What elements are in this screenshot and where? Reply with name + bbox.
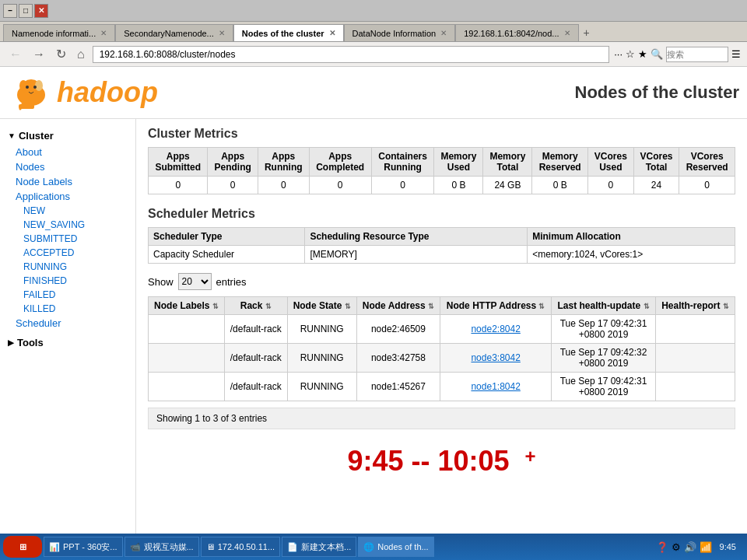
taskbar-item-video[interactable]: 📹 观视互动媒... xyxy=(124,537,199,557)
cell-node-state: RUNNING xyxy=(287,344,356,373)
col-node-state[interactable]: Node State ⇅ xyxy=(287,297,356,315)
sidebar-item-new-saving[interactable]: NEW_SAVING xyxy=(0,218,135,232)
taskbar-item-doc[interactable]: 📄 新建文本档... xyxy=(282,537,356,557)
sidebar-item-nodes[interactable]: Nodes xyxy=(0,159,135,174)
close-button[interactable]: ✕ xyxy=(34,4,48,18)
cell-node-state: RUNNING xyxy=(287,373,356,401)
col-node-labels[interactable]: Node Labels ⇅ xyxy=(149,297,225,315)
tab-close-icon[interactable]: ✕ xyxy=(100,29,107,37)
search-input[interactable] xyxy=(666,47,728,62)
tab-secondarynamenode[interactable]: SecondaryNamenode... ✕ xyxy=(115,24,233,41)
minimize-button[interactable]: – xyxy=(3,4,17,18)
sidebar-item-failed[interactable]: FAILED xyxy=(0,288,135,302)
address-input[interactable] xyxy=(93,46,609,63)
sidebar-item-running[interactable]: RUNNING xyxy=(0,260,135,274)
hadoop-brand-text: hadoop xyxy=(57,76,158,109)
tab-close-icon[interactable]: ✕ xyxy=(440,29,447,37)
elephant-icon xyxy=(12,73,51,112)
tabs-bar: Namenode informati... ✕ SecondaryNamenod… xyxy=(0,22,747,42)
sidebar-cluster-section: ▼ Cluster About Nodes Node Labels Applic… xyxy=(0,127,135,331)
cell-node-address: node1:45267 xyxy=(356,373,440,401)
val-memory-reserved: 0 B xyxy=(532,177,588,194)
sidebar-cluster-label: Cluster xyxy=(19,130,54,142)
col-vcores-reserved: VCoresReserved xyxy=(679,148,735,177)
sidebar-tools-header[interactable]: ▶ Tools xyxy=(0,334,135,352)
val-containers-running: 0 xyxy=(371,177,434,194)
show-entries-control: Show 20 50 100 entries xyxy=(148,273,735,290)
col-containers-running: ContainersRunning xyxy=(371,148,434,177)
col-apps-completed: AppsCompleted xyxy=(309,148,371,177)
sort-icon: ⇅ xyxy=(538,303,545,310)
tab-nodes-cluster[interactable]: Nodes of the cluster ✕ xyxy=(233,24,344,41)
node2-http-link[interactable]: node2:8042 xyxy=(471,324,520,334)
search-icon[interactable]: 🔍 xyxy=(651,48,663,60)
time-display: 9:45 -- 10:05 + xyxy=(148,429,735,493)
node1-http-link[interactable]: node1:8042 xyxy=(471,381,520,392)
cell-rack: /default-rack xyxy=(224,344,287,373)
tab-close-icon[interactable]: ✕ xyxy=(329,29,335,37)
sidebar-item-finished[interactable]: FINISHED xyxy=(0,274,135,288)
cell-node-labels xyxy=(149,315,225,344)
start-button[interactable]: ⊞ xyxy=(3,536,42,558)
cell-health-update: Tue Sep 17 09:42:31+0800 2019 xyxy=(552,315,656,344)
tab-close-icon[interactable]: ✕ xyxy=(219,29,225,37)
sidebar-item-accepted[interactable]: ACCEPTED xyxy=(0,246,135,260)
tab-datanode[interactable]: DataNode Information ✕ xyxy=(344,24,456,41)
plus-icon[interactable]: + xyxy=(525,446,536,467)
back-button[interactable]: ← xyxy=(6,46,25,63)
taskbar-network-icon[interactable]: 📶 xyxy=(700,541,712,553)
val-memory-used: 0 B xyxy=(434,177,483,194)
sidebar-item-killed[interactable]: KILLED xyxy=(0,302,135,316)
taskbar-help-icon[interactable]: ❓ xyxy=(656,541,668,553)
sidebar-item-submitted[interactable]: SUBMITTED xyxy=(0,232,135,246)
sidebar-tools-label: Tools xyxy=(17,337,44,348)
col-memory-reserved: MemoryReserved xyxy=(532,148,588,177)
sidebar-item-node-labels[interactable]: Node Labels xyxy=(0,174,135,189)
refresh-button[interactable]: ↻ xyxy=(53,45,69,63)
cell-node-http: node1:8042 xyxy=(440,373,552,401)
window-controls[interactable]: – □ ✕ xyxy=(3,4,48,18)
sidebar-cluster-header[interactable]: ▼ Cluster xyxy=(0,127,135,145)
tab-label: SecondaryNamenode... xyxy=(124,29,214,38)
taskbar-speaker-icon[interactable]: 🔊 xyxy=(684,541,696,553)
cell-node-http: node2:8042 xyxy=(440,315,552,344)
node3-http-link[interactable]: node3:8042 xyxy=(471,352,520,363)
col-minimum-allocation: Minimum Allocation xyxy=(528,228,735,246)
taskbar-item-nodes[interactable]: 🌐 Nodes of th... xyxy=(358,537,433,557)
sort-icon: ⇅ xyxy=(265,303,272,310)
more-icon[interactable]: ··· xyxy=(614,48,622,60)
taskbar-item-ppt[interactable]: 📊 PPT - 360安... xyxy=(44,537,123,557)
col-apps-submitted: AppsSubmitted xyxy=(149,148,208,177)
taskbar-item-label: 观视互动媒... xyxy=(144,541,194,553)
tab-namenode[interactable]: Namenode informati... ✕ xyxy=(3,24,115,41)
col-rack[interactable]: Rack ⇅ xyxy=(224,297,287,315)
col-health-report[interactable]: Health-report ⇅ xyxy=(656,297,735,315)
sidebar-item-scheduler[interactable]: Scheduler xyxy=(0,316,135,331)
taskbar-settings-icon[interactable]: ⚙ xyxy=(672,541,681,553)
sidebar-item-applications[interactable]: Applications xyxy=(0,189,135,204)
val-memory-total: 24 GB xyxy=(483,177,532,194)
taskbar-item-label: 172.40.50.11... xyxy=(218,542,275,551)
col-node-address[interactable]: Node Address ⇅ xyxy=(356,297,440,315)
col-last-health-update[interactable]: Last health-update ⇅ xyxy=(552,297,656,315)
star-icon[interactable]: ★ xyxy=(638,48,647,60)
scheduler-metrics-table: Scheduler Type Scheduling Resource Type … xyxy=(148,227,735,264)
bookmark-icon[interactable]: ☆ xyxy=(626,48,635,60)
col-node-http[interactable]: Node HTTP Address ⇅ xyxy=(440,297,552,315)
tools-expand-icon: ▶ xyxy=(8,338,14,347)
entries-select[interactable]: 20 50 100 xyxy=(178,273,212,290)
sidebar-item-about[interactable]: About xyxy=(0,145,135,159)
entries-label: entries xyxy=(216,276,247,288)
home-button[interactable]: ⌂ xyxy=(74,46,88,63)
taskbar-item-ip[interactable]: 🖥 172.40.50.11... xyxy=(201,537,280,557)
tab-192-168[interactable]: 192.168.1.61:8042/nod... ✕ xyxy=(455,24,578,41)
table-row: /default-rack RUNNING node2:46509 node2:… xyxy=(149,315,735,344)
sidebar-item-new[interactable]: NEW xyxy=(0,204,135,218)
sidebar-toggle[interactable]: ☰ xyxy=(731,48,741,60)
val-vcores-used: 0 xyxy=(587,177,633,194)
forward-button[interactable]: → xyxy=(30,46,48,63)
tab-close-icon[interactable]: ✕ xyxy=(564,29,570,37)
maximize-button[interactable]: □ xyxy=(19,4,33,18)
new-tab-button[interactable]: + xyxy=(579,24,594,41)
cluster-expand-icon: ▼ xyxy=(8,131,16,140)
